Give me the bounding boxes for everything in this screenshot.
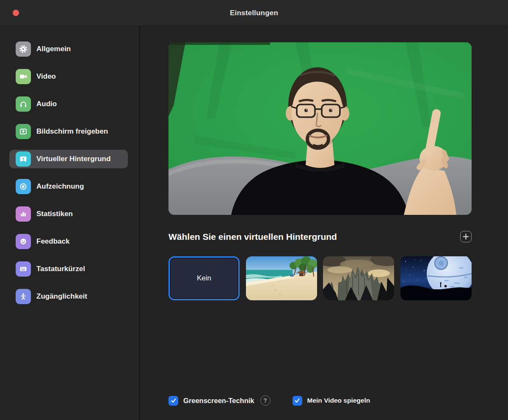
titlebar: Einstellungen xyxy=(0,0,508,26)
sidebar-item-label: Tastaturkürzel xyxy=(36,265,85,273)
background-option-none[interactable]: Kein xyxy=(168,256,240,300)
sidebar-item-virtueller-hintergrund[interactable]: Virtueller Hintergrund xyxy=(9,150,128,168)
sidebar-item-audio[interactable]: Audio xyxy=(9,95,128,113)
sidebar-item-label: Aufzeichnung xyxy=(36,182,84,191)
background-option-beach[interactable] xyxy=(246,256,317,300)
smiley-icon xyxy=(16,234,31,249)
bar-chart-icon xyxy=(16,206,31,222)
castle-thumbnail-image xyxy=(323,256,394,300)
mirror-video-checkbox-row[interactable]: Mein Video spiegeln xyxy=(293,396,370,406)
video-preview-image xyxy=(168,42,472,215)
sidebar-item-statistiken[interactable]: Statistiken xyxy=(9,205,128,223)
plus-icon xyxy=(463,233,469,240)
settings-window: Einstellungen Allgemein xyxy=(0,0,508,420)
accessibility-icon xyxy=(16,289,31,304)
sidebar-item-label: Audio xyxy=(36,100,57,108)
window-title: Einstellungen xyxy=(230,9,278,17)
sidebar-item-label: Zugänglichkeit xyxy=(36,292,87,301)
sidebar-item-tastaturkuerzel[interactable]: Tastaturkürzel xyxy=(9,260,128,278)
mirror-video-label: Mein Video spiegeln xyxy=(307,397,370,404)
background-option-castle[interactable] xyxy=(323,256,394,300)
none-label: Kein xyxy=(197,274,211,283)
screen-share-icon xyxy=(16,124,31,139)
check-icon xyxy=(171,398,177,404)
greenscreen-label: Greenscreen-Technik xyxy=(183,397,254,405)
sidebar-item-label: Statistiken xyxy=(36,210,73,218)
record-icon xyxy=(16,179,31,194)
sidebar-item-bildschirm-freigeben[interactable]: Bildschirm freigeben xyxy=(9,122,128,141)
close-button[interactable] xyxy=(13,10,19,16)
keyboard-icon xyxy=(16,261,31,277)
sidebar-item-allgemein[interactable]: Allgemein xyxy=(9,40,128,58)
window-content: Allgemein Video xyxy=(0,26,508,420)
gear-icon xyxy=(16,41,31,57)
help-icon[interactable]: ? xyxy=(260,395,271,406)
mirror-video-checkbox[interactable] xyxy=(293,396,302,406)
sidebar-item-label: Feedback xyxy=(36,237,69,246)
sidebar-item-label: Virtueller Hintergrund xyxy=(36,155,110,163)
video-camera-icon xyxy=(16,69,31,84)
video-preview xyxy=(168,42,472,215)
death-star-thumbnail-image xyxy=(400,256,472,300)
sidebar-item-aufzeichnung[interactable]: Aufzeichnung xyxy=(9,177,128,196)
headphones-icon xyxy=(16,96,31,112)
background-options: Greenscreen-Technik ? Mein Video spiegel… xyxy=(168,395,370,406)
greenscreen-checkbox-row[interactable]: Greenscreen-Technik ? xyxy=(168,395,271,406)
virtual-background-icon xyxy=(16,151,31,167)
background-thumbnails: Kein xyxy=(168,256,472,300)
sidebar-item-label: Video xyxy=(36,72,56,81)
settings-sidebar: Allgemein Video xyxy=(0,26,140,420)
beach-thumbnail-image xyxy=(246,256,317,300)
sidebar-item-label: Allgemein xyxy=(36,45,71,53)
check-icon xyxy=(294,398,300,404)
virtual-background-panel: Wählen Sie einen virtuellen Hintergrund … xyxy=(140,26,508,420)
background-picker-header: Wählen Sie einen virtuellen Hintergrund xyxy=(168,231,472,242)
sidebar-item-label: Bildschirm freigeben xyxy=(36,127,108,136)
sidebar-item-zugaenglichkeit[interactable]: Zugänglichkeit xyxy=(9,287,128,306)
add-background-button[interactable] xyxy=(460,231,472,242)
section-heading: Wählen Sie einen virtuellen Hintergrund xyxy=(168,232,337,242)
greenscreen-checkbox[interactable] xyxy=(168,396,178,406)
sidebar-item-feedback[interactable]: Feedback xyxy=(9,232,128,251)
sidebar-item-video[interactable]: Video xyxy=(9,67,128,86)
background-option-death-star[interactable] xyxy=(400,256,472,300)
